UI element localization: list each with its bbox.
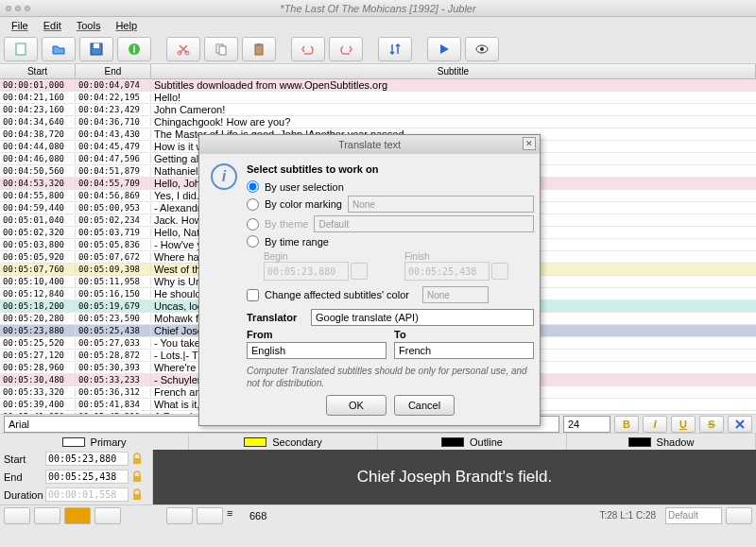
svg-rect-0 [16,43,26,55]
status-info: T:28 L:1 C:28 [600,510,656,521]
preview-area: Start End Duration Chief Joseph Brandt's… [0,450,756,504]
menu-edit[interactable]: Edit [38,18,67,33]
color-secondary[interactable]: Secondary [189,434,378,450]
preview-button[interactable] [465,37,499,61]
svg-rect-8 [219,46,226,55]
status-count: 668 [249,510,266,521]
titlebar: *The Last Of The Mohicans [1992] - Juble… [0,0,756,17]
col-end[interactable]: End [76,64,151,78]
svg-point-12 [480,47,484,51]
dialog-heading: Select subtitles to work on [247,163,534,175]
window-controls[interactable] [6,6,30,11]
time-grid: Start End Duration [0,450,153,504]
menubar: File Edit Tools Help [0,17,756,34]
cancel-button[interactable]: Cancel [394,395,455,416]
color-change-combo [422,286,489,303]
status-btn-7[interactable] [726,507,752,524]
status-btn-1[interactable] [4,507,30,524]
color-combo [348,196,534,213]
radio-time-range[interactable]: By time range [247,235,534,248]
color-outline[interactable]: Outline [378,434,567,450]
start-time-input[interactable] [45,452,129,466]
duration-input[interactable] [45,487,129,502]
close-button[interactable]: ✕ [523,137,536,150]
subtitle-preview: Chief Joseph Brandt's field. [153,450,756,504]
strike-button[interactable]: S [699,416,724,433]
window-title: *The Last Of The Mohicans [1992] - Juble… [280,3,475,14]
info-icon: i [211,163,237,190]
cut-button[interactable] [166,37,200,61]
color-shadow[interactable]: Shadow [567,434,756,450]
table-row[interactable]: 00:04:21,16000:04:22,195Hello! [0,92,756,104]
ok-button[interactable]: OK [326,395,387,416]
from-lang-select[interactable] [247,342,387,359]
finish-input [404,262,490,281]
table-row[interactable]: 00:04:23,16000:04:23,429John Cameron! [0,104,756,116]
status-btn-2[interactable] [34,507,60,524]
table-row[interactable]: 00:04:34,64000:04:36,710Chingachgook! Ho… [0,116,756,128]
table-header: Start End Subtitle [0,64,756,79]
gear-icon [351,263,368,280]
lock-icon[interactable] [130,470,144,484]
col-start[interactable]: Start [0,64,76,78]
play-button[interactable] [427,37,461,61]
dialog-note: Computer Translated subtitles should be … [247,365,534,389]
save-button[interactable] [79,37,113,61]
radio-theme[interactable]: By theme [247,215,534,232]
status-btn-3[interactable] [64,507,91,524]
status-btn-4[interactable] [94,507,121,524]
svg-rect-15 [133,494,141,500]
paste-button[interactable] [242,37,276,61]
size-select[interactable] [563,416,610,433]
color-bar: Primary Secondary Outline Shadow [0,433,756,450]
svg-rect-2 [94,43,99,48]
status-default[interactable] [665,507,722,524]
col-subtitle[interactable]: Subtitle [151,64,756,78]
menu-help[interactable]: Help [110,18,143,33]
copy-button[interactable] [204,37,238,61]
toolbar: i [0,34,756,64]
status-btn-5[interactable] [166,507,193,524]
svg-rect-10 [257,43,261,46]
svg-text:i: i [132,43,135,55]
end-time-input[interactable] [45,470,129,484]
begin-input [264,262,349,281]
redo-button[interactable] [329,37,363,61]
clear-format-button[interactable] [728,416,752,433]
radio-user-selection[interactable]: By user selection [247,180,534,193]
underline-button[interactable]: U [671,416,696,433]
info-button[interactable]: i [117,37,151,61]
change-color-checkbox[interactable]: Change affected subtitles' color [247,286,534,303]
theme-combo [314,215,534,232]
table-row[interactable]: 00:00:01,00000:00:04,074Subtitles downlo… [0,79,756,92]
new-button[interactable] [4,37,38,61]
to-lang-select[interactable] [394,342,534,359]
sort-button[interactable] [378,37,412,61]
translate-dialog: Translate text ✕ i Select subtitles to w… [198,134,541,426]
menu-tools[interactable]: Tools [71,18,107,33]
svg-rect-14 [133,476,141,482]
open-button[interactable] [42,37,76,61]
italic-button[interactable]: I [643,416,667,433]
color-primary[interactable]: Primary [0,434,189,450]
svg-rect-13 [133,458,141,464]
status-btn-6[interactable] [197,507,223,524]
lock-icon[interactable] [130,488,144,502]
translator-select[interactable] [311,309,534,326]
statusbar: ≡ 668 T:28 L:1 C:28 [0,504,756,525]
lock-icon[interactable] [130,453,144,466]
count-icon: ≡ [227,507,246,524]
gear-icon [491,263,508,280]
menu-file[interactable]: File [6,18,34,33]
dialog-title: Translate text ✕ [199,135,540,154]
undo-button[interactable] [291,37,325,61]
radio-color-marking[interactable]: By color marking [247,196,534,213]
bold-button[interactable]: B [614,416,639,433]
